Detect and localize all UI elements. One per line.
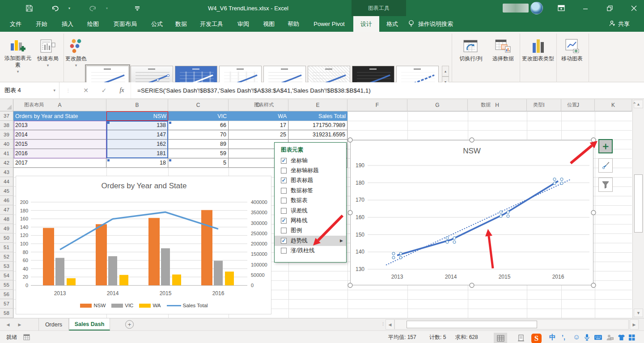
cell-E38[interactable]: 171750.7989 [288, 121, 347, 130]
cell-A38[interactable]: 2013 [13, 121, 106, 130]
cell-C42[interactable]: 5 [168, 158, 229, 168]
ime-mic-icon[interactable] [584, 331, 590, 343]
checkbox-checked[interactable]: ✓ [281, 218, 287, 224]
hscroll-track[interactable] [394, 319, 629, 330]
vscroll-down-icon[interactable]: ▼ [634, 309, 643, 317]
status-average[interactable]: 平均值: 157 [388, 331, 416, 343]
row-header-46[interactable]: 46 [0, 196, 13, 205]
checkbox-unchecked[interactable] [281, 208, 287, 214]
share-button[interactable]: 共享 [609, 16, 630, 32]
hscroll-thumb[interactable] [407, 321, 537, 328]
row-header-53[interactable]: 53 [0, 262, 13, 271]
ribbon-tab-帮助[interactable]: 帮助 [282, 16, 305, 32]
menu-item-图例[interactable]: 图例 [275, 226, 346, 236]
chart-styles-brush-button[interactable] [598, 158, 613, 173]
checkbox-unchecked[interactable] [281, 188, 287, 194]
row-header-43[interactable]: 43 [0, 168, 13, 177]
menu-item-数据表[interactable]: 数据表 [275, 196, 346, 206]
cell-A39[interactable]: 2014 [13, 130, 106, 140]
row-header-45[interactable]: 45 [0, 186, 13, 196]
row-header-50[interactable]: 50 [0, 233, 13, 243]
cell-B41[interactable]: 181 [106, 149, 168, 158]
ribbon-tab-设计[interactable]: 设计 [353, 16, 379, 32]
ribbon-tab-插入[interactable]: 插入 [55, 16, 80, 32]
row-header-37[interactable]: 37 [0, 111, 13, 121]
cell-A37[interactable]: Orders by Year and State [13, 111, 106, 121]
cancel-icon[interactable]: ✕ [83, 87, 89, 94]
menu-item-网格线[interactable]: ✓网格线 [275, 216, 346, 225]
macro-record-icon[interactable] [23, 331, 30, 343]
switch-row-column-button[interactable]: 切换行/列 [455, 34, 487, 75]
ribbon-tab-公式[interactable]: 公式 [145, 16, 169, 32]
row-header-55[interactable]: 55 [0, 280, 13, 290]
ime-profile-icon[interactable]: 20 [606, 331, 614, 343]
ime-chinese-mode[interactable]: 中 [549, 331, 556, 343]
hscroll-right-icon[interactable]: ▶ [630, 319, 639, 330]
ime-keyboard-icon[interactable] [594, 331, 602, 343]
change-colors-button[interactable]: 更改颜色 ▾ [65, 34, 87, 75]
change-chart-type-button[interactable]: 更改图表类型 [521, 34, 555, 75]
row-header-52[interactable]: 52 [0, 252, 13, 262]
column-header-C[interactable]: C [168, 99, 229, 111]
ribbon-tab-数据[interactable]: 数据 [169, 16, 193, 32]
ime-punctuation-icon[interactable]: ’, [562, 331, 565, 343]
tell-me-search[interactable]: 操作说明搜索 [408, 16, 453, 32]
name-box[interactable]: 图表 4 ▾ [0, 82, 59, 98]
checkbox-unchecked[interactable] [281, 198, 287, 203]
chart-elements-plus-button[interactable]: ＋ [598, 139, 613, 153]
ribbon-tab-格式[interactable]: 格式 [380, 16, 404, 32]
cell-C38[interactable]: 66 [168, 121, 229, 130]
cell-B42[interactable]: 18 [106, 158, 168, 168]
row-header-51[interactable]: 51 [0, 243, 13, 252]
ribbon-tab-视图[interactable]: 视图 [257, 16, 281, 32]
chart-filter-button[interactable] [598, 178, 613, 192]
cell-C41[interactable]: 59 [168, 149, 229, 158]
nsw-trend-chart[interactable]: NSW1301401501601701801902013201420152016 [350, 140, 593, 285]
checkbox-checked[interactable]: ✓ [281, 158, 287, 164]
menu-item-坐标轴[interactable]: ✓坐标轴 [275, 156, 346, 165]
row-header-39[interactable]: 39 [0, 130, 13, 140]
row-header-48[interactable]: 48 [0, 215, 13, 224]
gallery-up-icon[interactable]: ▲ [442, 66, 449, 76]
cell-D37[interactable]: WA [229, 111, 288, 121]
column-header-E[interactable]: E [288, 99, 347, 111]
hscroll-left-icon[interactable]: ◀ [386, 319, 394, 330]
row-header-56[interactable]: 56 [0, 290, 13, 299]
column-header-G[interactable]: G [407, 99, 468, 111]
row-header-44[interactable]: 44 [0, 177, 13, 186]
close-button[interactable] [623, 0, 644, 16]
menu-item-坐标轴标题[interactable]: 坐标轴标题 [275, 165, 346, 175]
cell-B39[interactable]: 147 [106, 130, 168, 140]
name-box-dropdown-icon[interactable]: ▾ [53, 88, 55, 93]
vscroll-thumb[interactable] [634, 174, 643, 233]
enter-icon[interactable]: ✓ [102, 87, 107, 94]
sheet-tab-orders[interactable]: Orders [38, 318, 69, 330]
sheet-tab-sales-dash[interactable]: Sales Dash [69, 318, 110, 330]
ribbon-tab-绘图[interactable]: 绘图 [80, 16, 106, 32]
sheet-nav-left-icon[interactable]: ◀ [3, 318, 13, 330]
cell-C40[interactable]: 89 [168, 140, 229, 149]
cell-B40[interactable]: 162 [106, 140, 168, 149]
menu-item-图表标题[interactable]: ✓图表标题 [275, 176, 346, 186]
restore-button[interactable] [599, 0, 620, 16]
ime-skin-icon[interactable] [618, 331, 625, 343]
cell-A42[interactable]: 2017 [13, 158, 106, 168]
ribbon-tab-页面布局[interactable]: 页面布局 [106, 16, 144, 32]
cell-A41[interactable]: 2016 [13, 149, 106, 158]
checkbox-checked[interactable]: ✓ [281, 238, 287, 244]
column-header-B[interactable]: B [106, 99, 168, 111]
add-chart-element-button[interactable]: 添加图表元素 ▾ [4, 34, 32, 75]
avatar[interactable] [530, 2, 543, 14]
new-sheet-button[interactable]: + [125, 320, 134, 329]
submenu-arrow-icon[interactable]: ▶ [340, 238, 343, 243]
row-header-42[interactable]: 42 [0, 158, 13, 168]
page-layout-view-icon[interactable] [514, 333, 528, 343]
ime-emoji-icon[interactable]: ☺ [573, 331, 580, 343]
row-header-40[interactable]: 40 [0, 140, 13, 149]
normal-view-icon[interactable] [494, 333, 507, 343]
tab-scroll-splitter[interactable]: ⋮ [381, 322, 386, 326]
menu-item-误差线[interactable]: 误差线 [275, 206, 346, 216]
cell-D38[interactable]: 17 [229, 121, 288, 130]
ribbon-tab-审阅[interactable]: 审阅 [231, 16, 256, 32]
column-header-K[interactable]: K [595, 99, 632, 111]
